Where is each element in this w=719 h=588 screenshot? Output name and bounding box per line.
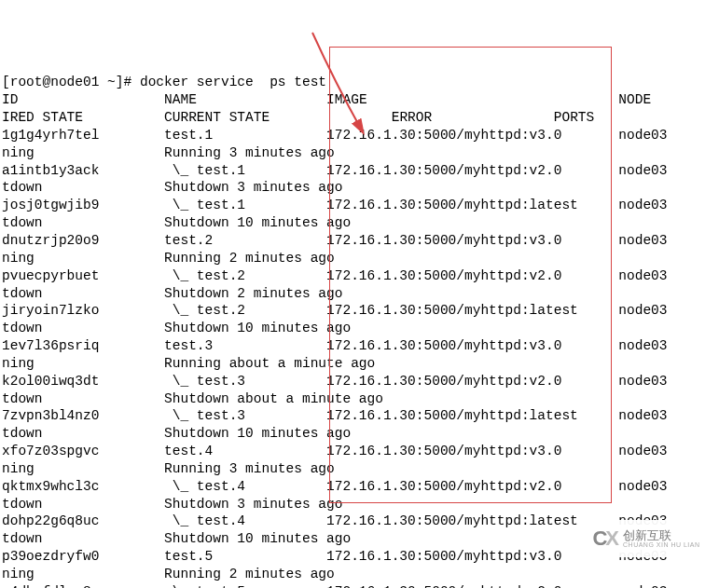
header-id: ID bbox=[2, 92, 18, 107]
header-name: NAME bbox=[164, 92, 197, 107]
header-image: IMAGE bbox=[326, 92, 367, 107]
watermark-pinyin: CHUANG XIN HU LIAN bbox=[623, 541, 700, 548]
watermark: CX 创新互联 CHUANG XIN HU LIAN bbox=[581, 520, 712, 557]
header-node: NODE bbox=[618, 92, 651, 107]
shell-prompt[interactable]: [root@node01 ~]# docker service ps test bbox=[2, 75, 326, 89]
header-error: ERROR bbox=[392, 110, 433, 125]
watermark-logo: CX bbox=[592, 526, 617, 553]
header-current: CURRENT STATE bbox=[164, 110, 270, 125]
terminal-output: [root@node01 ~]# docker service ps test … bbox=[0, 70, 719, 588]
watermark-text: 创新互联 bbox=[623, 529, 700, 541]
table-rows: 1g1g4yrh7tel test.1 172.16.1.30:5000/myh… bbox=[2, 127, 717, 588]
header-ports: PORTS bbox=[554, 110, 595, 125]
header-ired: IRED STATE bbox=[2, 110, 83, 125]
